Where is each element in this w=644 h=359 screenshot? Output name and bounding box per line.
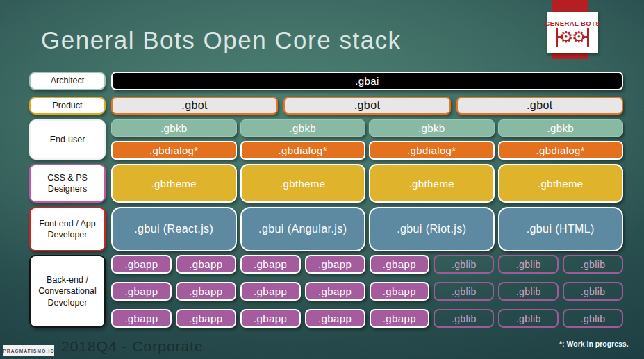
stack-row: .gbapp.gbapp.gbapp.gbapp.gbapp.gblib.gbl…: [111, 309, 623, 328]
stack-box-gbot: .gbot: [111, 97, 278, 115]
role-label-back-end-conversational-developer: Back-end / Conversational Developer: [29, 255, 106, 328]
stack-box-gbapp: .gbapp: [370, 309, 430, 328]
pragmatismo-watermark: PRAGMATISMO.IO: [3, 345, 54, 356]
stack-box-gblib: .gblib: [498, 282, 559, 301]
stack-row: .gbapp.gbapp.gbapp.gbapp.gbapp.gblib.gbl…: [111, 255, 623, 274]
footer-label: 2018Q4 - Corporate: [61, 338, 204, 355]
band-css-ps-designers: CSS & PS Designers.gbtheme.gbtheme.gbthe…: [29, 164, 623, 203]
band-architect: Architect.gbai: [29, 72, 623, 90]
stack-box-gbapp: .gbapp: [111, 255, 172, 274]
stack-box-gbkb: .gbkb: [111, 119, 237, 137]
stack-box-gbdialog: .gbdialog*: [369, 141, 495, 160]
stack-box-gblib: .gblib: [498, 309, 559, 328]
stack-row: .gbtheme.gbtheme.gbtheme.gbtheme: [111, 164, 623, 203]
stack-box-gbui: .gbui (Riot.js): [369, 207, 495, 251]
band-back-end-conversational-developer: Back-end / Conversational Developer.gbap…: [29, 255, 623, 328]
stack-box-gblib: .gblib: [434, 255, 494, 274]
stack-box-gbapp: .gbapp: [370, 282, 430, 301]
band-content-end-user: .gbkb.gbkb.gbkb.gbkb.gbdialog*.gbdialog*…: [111, 119, 623, 160]
stack-box-gbdialog: .gbdialog*: [240, 141, 366, 160]
band-content-back-end-conversational-developer: .gbapp.gbapp.gbapp.gbapp.gbapp.gblib.gbl…: [111, 255, 623, 328]
gear-bar-left-icon: [556, 28, 558, 47]
stack-box-gbapp: .gbapp: [240, 282, 301, 301]
stack-box-gblib: .gblib: [563, 255, 623, 274]
stack-diagram: Architect.gbaiProduct.gbot.gbot.gbotEnd-…: [29, 72, 623, 328]
stack-box-gbapp: .gbapp: [240, 309, 301, 328]
band-content-front-end-app-developer: .gbui (React.js).gbui (Angular.js).gbui …: [111, 207, 623, 251]
logo-brand-text: GENERAL BOTS: [545, 19, 600, 27]
role-label-end-user: End-user: [29, 119, 106, 160]
stack-box-gbapp: .gbapp: [240, 255, 301, 274]
band-end-user: End-user.gbkb.gbkb.gbkb.gbkb.gbdialog*.g…: [29, 119, 623, 160]
stack-box-gbdialog: .gbdialog*: [111, 141, 237, 160]
stack-box-gbkb: .gbkb: [498, 119, 624, 137]
stack-box-gbui: .gbui (Angular.js): [240, 207, 366, 251]
band-product: Product.gbot.gbot.gbot: [29, 97, 623, 115]
band-front-end-app-developer: Font end / App Developer.gbui (React.js)…: [29, 207, 623, 251]
work-in-progress-footnote: *: Work in progress.: [559, 340, 629, 348]
stack-row: .gbai: [111, 72, 623, 90]
stack-box-gbapp: .gbapp: [176, 282, 236, 301]
slide-canvas: General Bots Open Core stack GENERAL BOT…: [0, 0, 644, 359]
stack-box-gblib: .gblib: [434, 309, 494, 328]
stack-box-gblib: .gblib: [434, 282, 494, 301]
stack-box-gbdialog: .gbdialog*: [498, 141, 624, 160]
stack-box-gbai: .gbai: [111, 72, 623, 90]
role-label-product: Product: [29, 97, 106, 115]
stack-box-gblib: .gblib: [563, 309, 623, 328]
page-title: General Bots Open Core stack: [41, 26, 402, 54]
stack-box-gblib: .gblib: [563, 282, 623, 301]
stack-box-gblib: .gblib: [498, 255, 559, 274]
stack-row: .gbui (React.js).gbui (Angular.js).gbui …: [111, 207, 623, 251]
stack-box-gbtheme: .gbtheme: [240, 164, 366, 203]
band-content-architect: .gbai: [111, 72, 623, 90]
stack-box-gbkb: .gbkb: [240, 119, 366, 137]
stack-box-gbapp: .gbapp: [305, 255, 365, 274]
stack-box-gbapp: .gbapp: [111, 282, 172, 301]
stack-box-gbapp: .gbapp: [305, 282, 365, 301]
band-content-product: .gbot.gbot.gbot: [111, 97, 623, 115]
stack-box-gbapp: .gbapp: [111, 309, 172, 328]
gears-icon: ⚙⚙: [554, 28, 590, 47]
general-bots-logo: GENERAL BOTS ⚙⚙: [547, 12, 598, 53]
stack-row: .gbot.gbot.gbot: [111, 97, 623, 115]
stack-box-gbot: .gbot: [456, 97, 623, 115]
stack-box-gbkb: .gbkb: [369, 119, 495, 137]
stack-box-gbapp: .gbapp: [176, 309, 236, 328]
stack-box-gbui: .gbui (React.js): [111, 207, 237, 251]
stack-box-gbtheme: .gbtheme: [111, 164, 237, 203]
role-label-architect: Architect: [29, 72, 106, 90]
stack-row: .gbapp.gbapp.gbapp.gbapp.gbapp.gblib.gbl…: [111, 282, 623, 301]
role-label-css-ps-designers: CSS & PS Designers: [29, 164, 106, 203]
stack-box-gbot: .gbot: [283, 97, 450, 115]
stack-box-gbapp: .gbapp: [176, 255, 236, 274]
stack-box-gbui: .gbui (HTML): [498, 207, 624, 251]
stack-box-gbtheme: .gbtheme: [498, 164, 624, 203]
gear-bar-right-icon: [587, 28, 589, 47]
band-content-css-ps-designers: .gbtheme.gbtheme.gbtheme.gbtheme: [111, 164, 623, 203]
stack-box-gbtheme: .gbtheme: [369, 164, 495, 203]
stack-row: .gbdialog*.gbdialog*.gbdialog*.gbdialog*: [111, 141, 623, 160]
role-label-front-end-app-developer: Font end / App Developer: [29, 207, 106, 251]
stack-row: .gbkb.gbkb.gbkb.gbkb: [111, 119, 623, 137]
stack-box-gbapp: .gbapp: [305, 309, 365, 328]
stack-box-gbapp: .gbapp: [370, 255, 430, 274]
